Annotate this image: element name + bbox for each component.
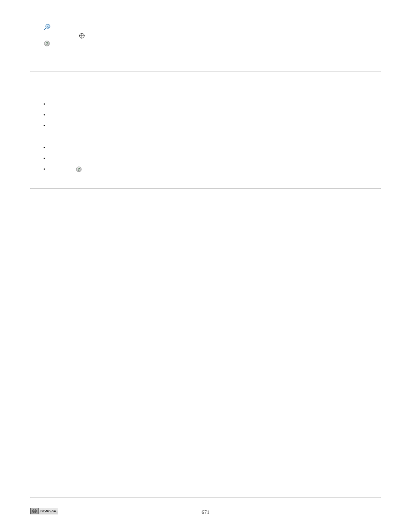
divider: [30, 497, 381, 498]
help-icon: ?: [76, 166, 82, 174]
list-item: ?: [45, 165, 381, 175]
list-item: [45, 110, 381, 121]
svg-line-1: [44, 28, 46, 30]
divider: [30, 188, 381, 189]
svg-text:A: A: [47, 25, 49, 28]
help-icon: ?: [44, 40, 50, 47]
top-icon-area: A ?: [30, 22, 381, 47]
crosshair-icon: [79, 33, 85, 39]
list-item: [45, 100, 381, 110]
svg-text:?: ?: [46, 41, 48, 46]
list-item: [45, 121, 381, 132]
list-item: [45, 143, 381, 154]
bullet-lists: ?: [45, 100, 381, 175]
bullet-list-1: [45, 100, 381, 132]
page-number: 671: [0, 509, 411, 516]
list-item: [45, 154, 381, 165]
document-page: A ?: [0, 0, 411, 532]
divider: [30, 72, 381, 72]
magnifier-a-icon: A: [44, 24, 50, 30]
svg-text:?: ?: [78, 167, 80, 171]
bullet-list-2: ?: [45, 143, 381, 175]
